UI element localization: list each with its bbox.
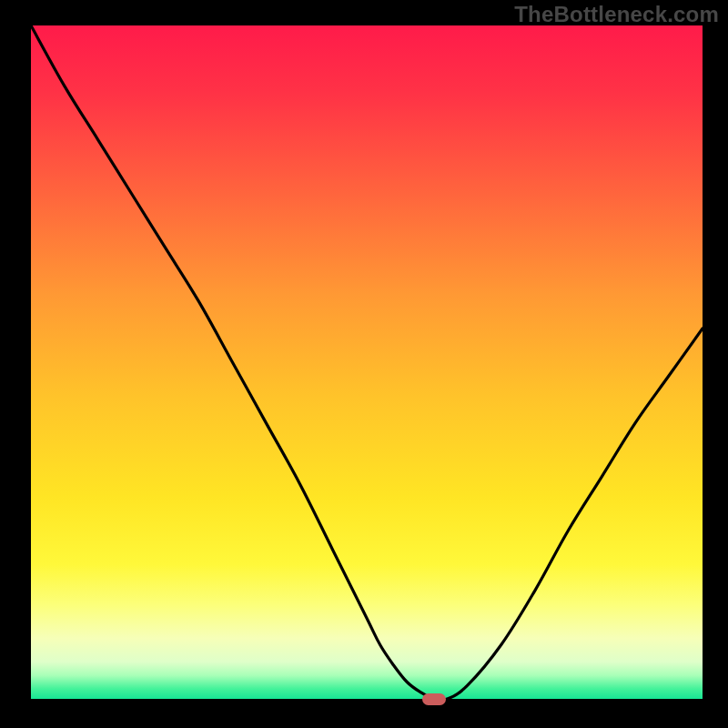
chart-frame: TheBottleneck.com [0, 0, 728, 728]
plot-area [31, 25, 703, 699]
chart-svg [31, 25, 703, 699]
optimal-point-marker [422, 693, 446, 705]
gradient-rect [31, 25, 703, 699]
watermark-text: TheBottleneck.com [514, 2, 719, 27]
